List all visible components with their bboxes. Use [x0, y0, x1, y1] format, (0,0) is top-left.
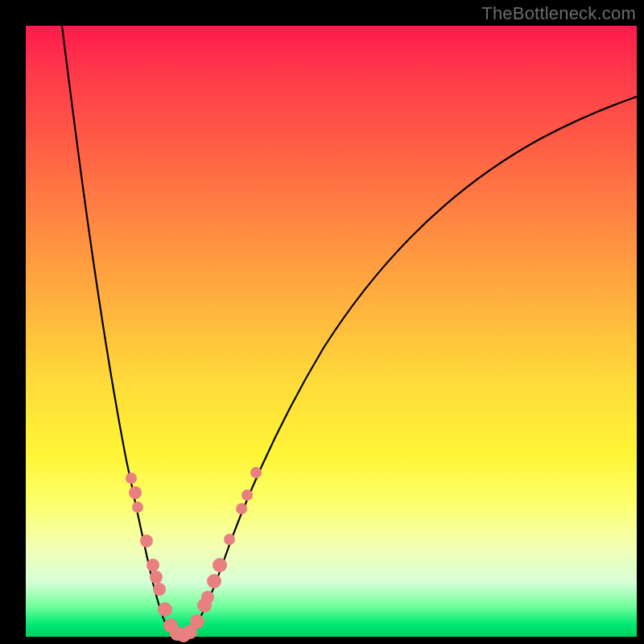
- data-marker: [126, 473, 137, 484]
- data-marker: [201, 591, 214, 604]
- data-marker: [140, 535, 153, 547]
- data-marker: [132, 502, 143, 513]
- curve-right-branch: [180, 97, 637, 636]
- data-marker: [236, 503, 247, 514]
- data-marker: [207, 574, 221, 588]
- data-marker: [190, 614, 204, 629]
- watermark: TheBottleneck.com: [481, 3, 636, 24]
- chart-plot-area: [26, 26, 637, 637]
- data-marker: [147, 559, 159, 572]
- data-marker: [213, 558, 227, 572]
- chart-curves-svg: [26, 26, 637, 637]
- data-marker: [153, 583, 166, 596]
- data-marker: [158, 602, 172, 617]
- data-marker: [250, 467, 262, 478]
- curve-left-branch: [62, 26, 180, 636]
- data-marker: [224, 534, 235, 545]
- data-marker: [150, 571, 163, 584]
- data-marker: [129, 486, 142, 499]
- data-marker: [242, 489, 253, 501]
